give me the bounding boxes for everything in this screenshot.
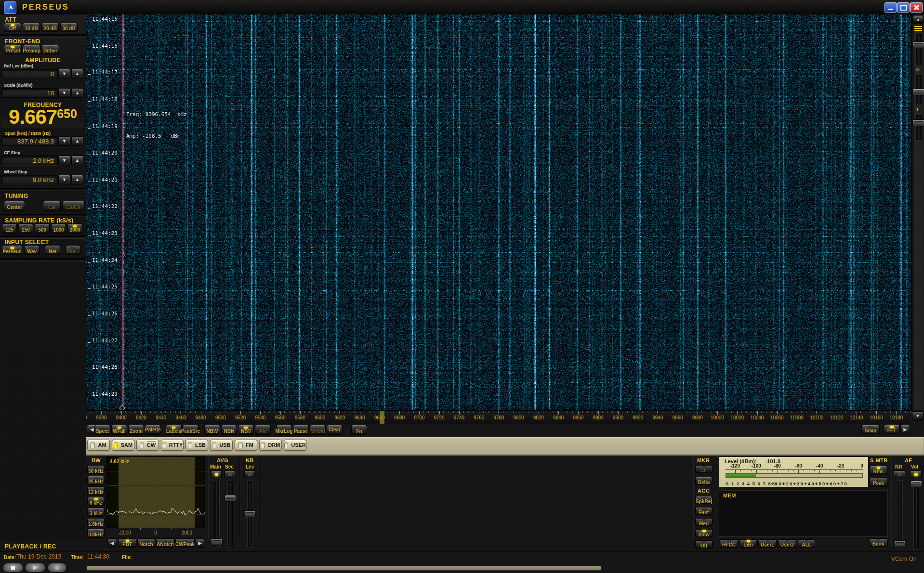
pause-button[interactable]: Pause xyxy=(293,425,309,435)
mode-sam-button[interactable]: SAM xyxy=(112,440,134,451)
agc-slow-button[interactable]: Slow xyxy=(695,529,713,537)
smtr-peak-button[interactable]: Peak xyxy=(870,477,887,487)
play-button[interactable] xyxy=(25,563,45,573)
agc-fast-button[interactable]: Fast xyxy=(695,507,713,515)
zoom-button[interactable]: Zoom xyxy=(128,425,144,435)
att-30db-button[interactable]: 30 dB xyxy=(60,23,78,32)
cfstep-up-button[interactable]: ▲ xyxy=(71,156,83,165)
palette-button[interactable]: Palette xyxy=(145,425,161,435)
tuning-center-button[interactable]: Center xyxy=(4,201,25,211)
bw-50khz-button[interactable]: 50 kHz xyxy=(87,465,105,474)
waterfall-canvas[interactable] xyxy=(86,14,911,410)
scale-down-button[interactable]: ▼ xyxy=(58,88,70,98)
snap-button[interactable]: Snap xyxy=(861,425,880,434)
rate-1000-button[interactable]: 1000 xyxy=(51,223,66,234)
input-net-button[interactable]: Net xyxy=(45,245,60,255)
frontend-dither-button[interactable]: Dither xyxy=(41,45,59,54)
waterfall-contrast-handle[interactable] xyxy=(912,119,924,126)
tuning-cal-button[interactable]: Cal xyxy=(43,201,61,211)
tuning-calclr-button[interactable]: CalClr xyxy=(62,201,85,211)
clear-button[interactable]: Clear xyxy=(327,425,343,435)
bw-3khz-button[interactable]: 3 kHz xyxy=(87,508,105,517)
bw-6khz-button[interactable]: 6 kHz xyxy=(87,497,105,506)
mode-fm-button[interactable]: FM xyxy=(235,440,257,451)
smtr-rms-button[interactable]: Rms xyxy=(870,466,887,475)
frontend-presel-button[interactable]: Presel xyxy=(4,45,22,54)
att-20db-button[interactable]: 20 dB xyxy=(41,23,59,32)
fn-button[interactable]: Fn xyxy=(351,425,367,435)
nbn-button[interactable]: NBN xyxy=(221,425,237,435)
input-file-button[interactable]: File... xyxy=(66,245,80,255)
stop-button[interactable] xyxy=(3,563,23,573)
nb-lev-handle[interactable] xyxy=(244,510,256,517)
reflev-down-button[interactable]: ▼ xyxy=(58,69,70,78)
agc-med-button[interactable]: Med xyxy=(695,518,713,526)
nbw-button[interactable]: NBW xyxy=(204,425,220,435)
cfstep-down-button[interactable]: ▼ xyxy=(58,156,70,165)
minimize-button[interactable] xyxy=(884,2,897,13)
scale-field[interactable]: 10 xyxy=(1,88,57,98)
mhold-button[interactable]: MHold xyxy=(310,425,326,435)
wheelstep-down-button[interactable]: ▼ xyxy=(58,175,70,184)
nbv-button[interactable]: NBV xyxy=(238,425,254,435)
mode-rtty-button[interactable]: RTTY xyxy=(161,440,184,451)
af-vol-slider[interactable] xyxy=(913,480,919,548)
input-wav-button[interactable]: Wav xyxy=(24,245,40,255)
waterfall-gain-slider[interactable] xyxy=(915,34,922,65)
mode-user-button[interactable]: USER xyxy=(284,440,306,451)
mkr-clr-button[interactable]: Clr xyxy=(695,465,713,473)
wheelstep-field[interactable]: 9.0 kHz xyxy=(1,175,57,184)
wfall-button[interactable]: WFall xyxy=(111,425,127,435)
reflev-up-button[interactable]: ▲ xyxy=(71,69,83,78)
span-field[interactable]: 837.9 / 488.3 xyxy=(1,136,57,146)
frequency-scale[interactable]: 9360938094009420944094609480950095209540… xyxy=(86,410,911,424)
nb-lev-toggle[interactable] xyxy=(244,470,255,478)
span-up-button[interactable]: ▲ xyxy=(71,136,83,146)
spect-button[interactable]: Spect xyxy=(94,425,110,435)
mode-cw-button[interactable]: CW xyxy=(136,440,159,451)
mode-drm-button[interactable]: DRM xyxy=(259,440,282,451)
avg-main-slider[interactable] xyxy=(214,481,220,548)
mode-am-button[interactable]: AM xyxy=(87,440,110,451)
bw-25khz-button[interactable]: 25 kHz xyxy=(87,476,105,485)
mode-lsb-button[interactable]: LSB xyxy=(185,440,208,451)
rate-125-button[interactable]: 125 xyxy=(2,223,17,234)
frequency-display[interactable]: 9.667 650 xyxy=(1,107,84,128)
waterfall-scroll-up-button[interactable]: ▲ xyxy=(912,16,924,24)
agc-spkrej-button[interactable]: SpkRej xyxy=(695,496,713,504)
af-nr-slider[interactable] xyxy=(897,480,903,548)
af-vol-handle[interactable] xyxy=(911,481,922,487)
labels-button[interactable]: Labels xyxy=(166,425,182,435)
mkr-delta-button[interactable]: Delta xyxy=(695,477,713,485)
waterfall-contrast-slider[interactable] xyxy=(915,115,922,141)
reflev-field[interactable]: 0 xyxy=(1,69,57,78)
rate-500-button[interactable]: 500 xyxy=(35,223,50,234)
close-button[interactable] xyxy=(910,2,923,13)
rate-250-button[interactable]: 250 xyxy=(18,223,33,234)
mkrlog-button[interactable]: MkrLog xyxy=(276,425,292,435)
record-button[interactable] xyxy=(48,563,66,573)
avg-sec-handle[interactable] xyxy=(224,495,236,502)
afc-button[interactable]: Afc xyxy=(255,425,271,435)
playback-progress-bar[interactable] xyxy=(87,566,601,571)
maximize-button[interactable] xyxy=(897,2,910,13)
avg-sec-slider[interactable] xyxy=(227,481,233,548)
att-10db-button[interactable]: 10 dB xyxy=(23,23,40,32)
bw-12khz-button[interactable]: 12 kHz xyxy=(87,486,105,495)
att-off-button[interactable]: Off xyxy=(4,23,21,32)
center-frequency-marker[interactable] xyxy=(380,411,384,424)
scale-scroll-down-button[interactable]: ▼ xyxy=(912,411,924,421)
peaksrc-button[interactable]: PeakSrc xyxy=(183,425,198,435)
mode-usb-button[interactable]: USB xyxy=(210,440,233,451)
filter-display[interactable]: 4.82 kHz xyxy=(106,456,205,528)
toolbar-scroll-right-button[interactable]: ▶ xyxy=(900,425,910,434)
waterfall-brightness-handle[interactable] xyxy=(912,89,924,95)
span-down-button[interactable]: ▼ xyxy=(58,136,70,146)
af-vol-toggle[interactable] xyxy=(910,470,922,478)
fft-button[interactable]: FFT xyxy=(884,425,900,434)
bw-16khz-button[interactable]: 1.6kHz xyxy=(87,518,105,527)
avg-main-toggle[interactable] xyxy=(211,470,222,478)
memory-panel[interactable]: MEM xyxy=(719,490,888,537)
frontend-preamp-button[interactable]: Preamp xyxy=(23,45,40,54)
waterfall-display[interactable]: 11:44:1511:44:1611:44:1711:44:1811:44:19… xyxy=(86,14,911,410)
